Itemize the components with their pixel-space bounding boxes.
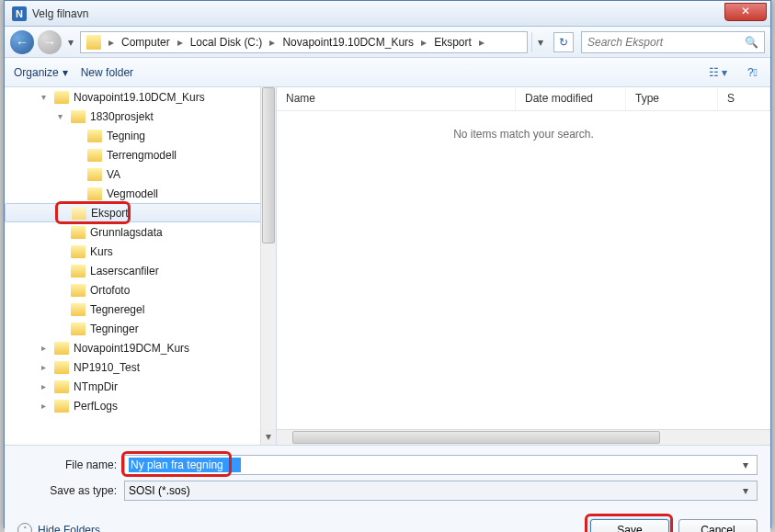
savetype-field[interactable]: SOSI (*.sos) ▾ xyxy=(124,481,758,501)
file-list[interactable]: Name Date modified Type S No items match… xyxy=(277,87,770,445)
tree-item-ortofoto[interactable]: Ortofoto xyxy=(5,280,276,300)
save-form: File name: ▾ Save as type: SOSI (*.sos) … xyxy=(5,446,770,512)
expand-icon[interactable]: ▾ xyxy=(58,111,71,121)
folder-icon xyxy=(71,110,85,123)
folder-icon xyxy=(54,91,69,104)
chevron-right-icon[interactable]: ▸ xyxy=(475,36,488,49)
nav-history-dropdown[interactable]: ▾ xyxy=(65,33,76,51)
tree-item-label: Grunnlagsdata xyxy=(90,226,163,239)
tree-item-va[interactable]: VA xyxy=(5,164,276,184)
save-button[interactable]: Save xyxy=(590,519,669,532)
breadcrumb-item[interactable]: Local Disk (C:) xyxy=(187,36,267,49)
tree-item-label: 1830prosjekt xyxy=(90,110,154,123)
tree-item-novapoint19dcm-kurs[interactable]: ▸Novapoint19DCM_Kurs xyxy=(5,338,276,357)
tree-item-grunnlagsdata[interactable]: Grunnlagsdata xyxy=(5,222,276,242)
expand-icon[interactable]: ▸ xyxy=(41,381,54,391)
folder-icon xyxy=(54,380,69,393)
view-options-button[interactable]: ☷ ▾ xyxy=(705,64,731,81)
breadcrumb-item[interactable]: Computer xyxy=(118,36,174,49)
folder-icon xyxy=(71,265,85,277)
tree-item-label: NP1910_Test xyxy=(74,361,140,374)
tree-item-np1910-test[interactable]: ▸NP1910_Test xyxy=(5,357,276,377)
folder-icon xyxy=(54,342,69,355)
back-button[interactable]: ← xyxy=(10,30,34,54)
list-header: Name Date modified Type S xyxy=(277,87,770,111)
tree-item-label: VA xyxy=(107,168,120,181)
refresh-button[interactable]: ↻ xyxy=(553,32,574,52)
close-button[interactable]: ✕ xyxy=(724,3,767,21)
list-horizontal-scrollbar[interactable] xyxy=(277,429,770,445)
chevron-right-icon[interactable]: ▸ xyxy=(266,36,279,49)
chevron-right-icon[interactable]: ▸ xyxy=(417,36,430,49)
scrollbar-thumb[interactable] xyxy=(262,87,275,243)
tree-item-label: Novapoint19DCM_Kurs xyxy=(74,342,189,355)
expand-icon[interactable]: ▾ xyxy=(41,92,54,102)
folder-icon xyxy=(86,35,101,50)
tree-item-tegninger[interactable]: Tegninger xyxy=(5,319,276,338)
tree-item-label: Tegning xyxy=(107,130,145,142)
organize-label: Organize xyxy=(14,66,59,79)
tree-item-label: Laserscanfiler xyxy=(90,265,159,277)
tree-item-1830prosjekt[interactable]: ▾1830prosjekt xyxy=(5,107,276,126)
cancel-button[interactable]: Cancel xyxy=(678,519,758,532)
folder-icon xyxy=(71,303,85,316)
tree-item-label: Kurs xyxy=(90,245,113,258)
expand-icon[interactable]: ▸ xyxy=(41,401,54,411)
column-header-size[interactable]: S xyxy=(718,87,770,110)
expand-icon[interactable]: ▸ xyxy=(41,362,54,372)
folder-icon xyxy=(54,400,69,413)
breadcrumb-dropdown[interactable]: ▾ xyxy=(531,32,548,52)
folder-icon xyxy=(71,323,85,335)
organize-menu[interactable]: Organize ▾ xyxy=(14,66,68,79)
tree-item-label: PerfLogs xyxy=(74,400,118,413)
hide-folders-label: Hide Folders xyxy=(38,524,100,532)
folder-tree[interactable]: ▾Novapoint19.10DCM_Kurs▾1830prosjektTegn… xyxy=(5,87,277,445)
tree-item-terrengmodell[interactable]: Terrengmodell xyxy=(5,145,276,164)
search-box[interactable]: 🔍 xyxy=(581,31,765,53)
search-icon[interactable]: 🔍 xyxy=(745,36,758,49)
folder-icon xyxy=(87,130,102,142)
tree-item-perflogs[interactable]: ▸PerfLogs xyxy=(5,396,276,415)
breadcrumb-item[interactable]: Eksport xyxy=(430,36,475,49)
window-title: Velg filnavn xyxy=(32,7,724,20)
tree-item-label: Eksport xyxy=(91,207,129,220)
tree-item-label: Terrengmodell xyxy=(107,149,177,162)
breadcrumb-item[interactable]: Novapoint19.10DCM_Kurs xyxy=(279,36,417,49)
scroll-down-icon[interactable]: ▾ xyxy=(261,429,276,445)
folder-icon xyxy=(54,361,69,374)
search-input[interactable] xyxy=(587,36,745,49)
expand-icon[interactable]: ▸ xyxy=(41,343,54,353)
save-dialog-window: N Velg filnavn ✕ ← → ▾ ▸ Computer ▸ Loca… xyxy=(4,0,771,528)
filename-label: File name: xyxy=(17,458,124,471)
chevron-right-icon[interactable]: ▸ xyxy=(105,36,118,49)
column-header-name[interactable]: Name xyxy=(277,87,516,110)
tree-item-kurs[interactable]: Kurs xyxy=(5,242,276,261)
main-area: ▾Novapoint19.10DCM_Kurs▾1830prosjektTegn… xyxy=(5,87,770,446)
new-folder-label: New folder xyxy=(81,66,133,79)
tree-item-laserscanfiler[interactable]: Laserscanfiler xyxy=(5,261,276,280)
tree-item-tegneregel[interactable]: Tegneregel xyxy=(5,300,276,319)
forward-button[interactable]: → xyxy=(38,30,62,54)
tree-item-vegmodell[interactable]: Vegmodell xyxy=(5,184,276,203)
tree-item-label: Ortofoto xyxy=(90,284,130,297)
tree-item-novapoint19-10dcm-kurs[interactable]: ▾Novapoint19.10DCM_Kurs xyxy=(5,87,276,107)
filename-dropdown[interactable]: ▾ xyxy=(738,458,753,471)
empty-list-message: No items match your search. xyxy=(277,111,770,157)
tree-item-eksport[interactable]: Eksport xyxy=(5,203,276,222)
tree-item-tegning[interactable]: Tegning xyxy=(5,126,276,145)
filename-input[interactable] xyxy=(129,458,241,472)
help-button[interactable]: ?⃝ xyxy=(744,64,761,81)
chevron-right-icon[interactable]: ▸ xyxy=(174,36,187,49)
tree-scrollbar[interactable]: ▾ xyxy=(260,87,276,445)
filename-field[interactable]: ▾ xyxy=(124,455,758,475)
savetype-dropdown[interactable]: ▾ xyxy=(738,484,753,497)
hide-folders-button[interactable]: ˄ Hide Folders xyxy=(17,523,100,532)
column-header-type[interactable]: Type xyxy=(626,87,718,110)
tree-item-ntmpdir[interactable]: ▸NTmpDir xyxy=(5,377,276,396)
column-header-date[interactable]: Date modified xyxy=(516,87,626,110)
scrollbar-thumb[interactable] xyxy=(292,431,660,444)
breadcrumb[interactable]: ▸ Computer ▸ Local Disk (C:) ▸ Novapoint… xyxy=(80,31,528,53)
folder-icon xyxy=(87,149,102,162)
new-folder-button[interactable]: New folder xyxy=(81,66,133,79)
tree-item-label: NTmpDir xyxy=(74,380,118,393)
